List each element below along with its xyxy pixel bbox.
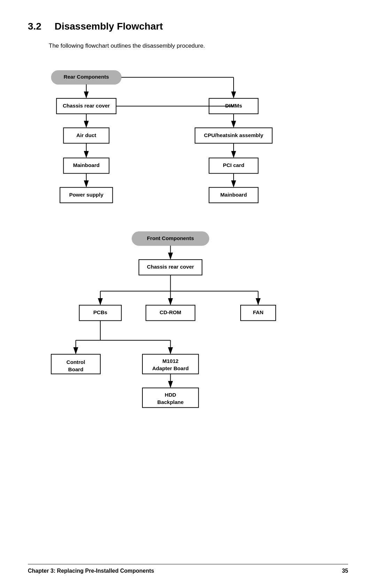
svg-text:Control: Control — [66, 359, 85, 365]
svg-text:Chassis rear cover: Chassis rear cover — [147, 264, 194, 270]
pci-card-node: PCI card — [209, 158, 258, 173]
rear-components-node: Rear Components — [51, 70, 121, 84]
svg-text:Chassis rear cover: Chassis rear cover — [63, 103, 110, 109]
svg-text:Adapter Board: Adapter Board — [152, 365, 189, 371]
front-components-node: Front Components — [132, 232, 209, 246]
power-supply-node: Power supply — [60, 188, 112, 203]
svg-text:PCI card: PCI card — [223, 162, 244, 168]
svg-text:Front Components: Front Components — [147, 235, 194, 241]
svg-text:Mainboard: Mainboard — [73, 162, 100, 168]
svg-text:DIMMs: DIMMs — [225, 103, 242, 109]
mainboard-1-node: Mainboard — [63, 158, 109, 173]
air-duct-node: Air duct — [63, 128, 109, 143]
cd-rom-node: CD-ROM — [146, 305, 195, 320]
fan-node: FAN — [241, 305, 276, 320]
cpu-heatsink-node: CPU/heatsink assembly — [195, 128, 272, 143]
svg-text:Air duct: Air duct — [76, 132, 96, 138]
m1012-adapter-node: M1012 Adapter Board — [142, 354, 198, 374]
svg-text:Backplane: Backplane — [157, 399, 184, 405]
svg-text:Mainboard: Mainboard — [220, 192, 247, 198]
chassis-rear-cover-1-node: Chassis rear cover — [56, 98, 116, 114]
svg-text:CPU/heatsink assembly: CPU/heatsink assembly — [204, 132, 264, 138]
mainboard-2-node: Mainboard — [209, 188, 258, 203]
svg-text:CD-ROM: CD-ROM — [160, 309, 181, 315]
svg-text:HDD: HDD — [165, 392, 176, 398]
control-board-node: Control Board — [51, 354, 100, 374]
flowchart-area: Rear Components Chassis rear cover Air d… — [28, 63, 348, 534]
svg-text:FAN: FAN — [253, 309, 263, 315]
page-footer: Chapter 3: Replacing Pre-Installed Compo… — [28, 564, 348, 574]
hdd-backplane-node: HDD Backplane — [142, 388, 198, 407]
svg-text:Board: Board — [68, 366, 84, 372]
footer-page: 35 — [342, 568, 348, 574]
svg-text:PCBs: PCBs — [93, 309, 107, 315]
intro-text: The following flowchart outlines the dis… — [49, 42, 348, 49]
svg-text:Power supply: Power supply — [69, 192, 104, 198]
svg-text:Rear Components: Rear Components — [64, 74, 109, 80]
svg-text:M1012: M1012 — [163, 358, 179, 364]
page-title: 3.2 Disassembly Flowchart — [28, 21, 348, 32]
chassis-rear-cover-2-node: Chassis rear cover — [139, 260, 202, 275]
footer-left: Chapter 3: Replacing Pre-Installed Compo… — [28, 568, 154, 574]
pcbs-node: PCBs — [79, 305, 122, 320]
flowchart-svg: Rear Components Chassis rear cover Air d… — [28, 63, 348, 533]
